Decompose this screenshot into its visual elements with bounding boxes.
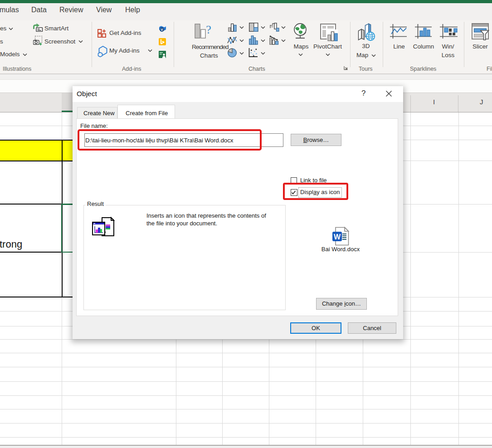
svg-text:W: W xyxy=(334,233,341,241)
svg-text:?: ? xyxy=(206,24,211,36)
svg-text:V: V xyxy=(161,28,163,32)
